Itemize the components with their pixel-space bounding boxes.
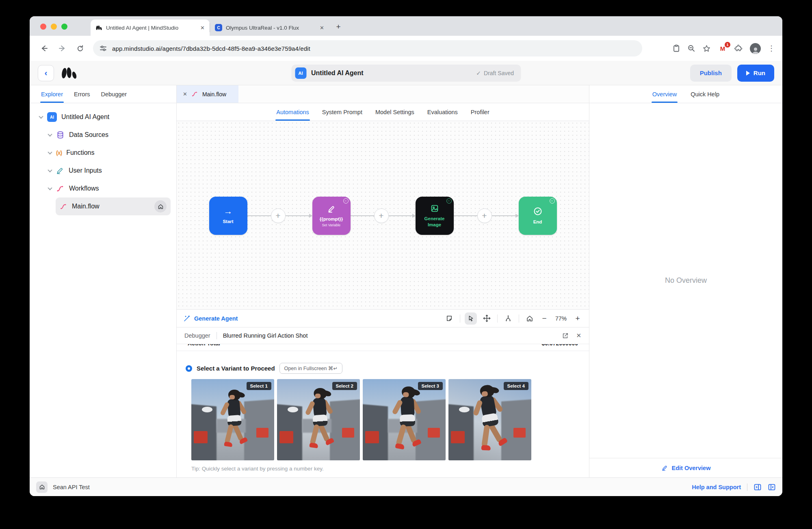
zoom-out-button[interactable]: − (539, 314, 549, 323)
add-step-button[interactable]: + (477, 208, 492, 223)
toggle-right-panel-icon[interactable] (754, 483, 762, 491)
notes-icon[interactable] (443, 312, 455, 325)
agent-title-bar[interactable]: AI Untitled AI Agent ✓ Draft Saved (291, 65, 521, 82)
tab-errors[interactable]: Errors (74, 85, 90, 103)
chevron-down-icon[interactable] (39, 114, 43, 119)
tab-close-icon[interactable]: ✕ (320, 25, 324, 31)
extensions-puzzle-icon[interactable] (734, 44, 743, 53)
tree-item-workflows[interactable]: Workflows (44, 180, 171, 197)
tree-item-data-sources[interactable]: Data Sources (44, 126, 171, 144)
tab-debugger[interactable]: Debugger (101, 85, 127, 103)
variant-badge[interactable]: Select 4 (504, 382, 528, 390)
bookmark-star-icon[interactable] (702, 44, 711, 53)
mindstudio-logo[interactable] (60, 66, 78, 80)
url-text: app.mindstudio.ai/agents/7dbda32b-5dcd-4… (112, 45, 310, 52)
reload-icon[interactable] (73, 41, 87, 56)
chevron-down-icon[interactable] (48, 168, 52, 172)
tab-system-prompt[interactable]: System Prompt (322, 103, 362, 121)
collapse-node-icon[interactable]: − (550, 198, 555, 204)
browser-tab-mindstudio[interactable]: Untitled AI Agent | MindStudio ✕ (91, 20, 210, 36)
edit-overview-link[interactable]: Edit Overview (589, 458, 782, 477)
close-file-tab-icon[interactable]: ✕ (183, 91, 187, 97)
browser-menu-icon[interactable]: ⋮ (768, 44, 775, 53)
statusbar-right: Help and Support (692, 483, 776, 491)
workflow-canvas[interactable]: → Start + − {{p (177, 121, 589, 309)
variant-badge[interactable]: Select 2 (332, 382, 357, 390)
auto-layout-icon[interactable] (502, 312, 514, 325)
address-bar[interactable]: app.mindstudio.ai/agents/7dbda32b-5dcd-4… (93, 40, 642, 56)
tree-item-main-flow[interactable]: Main.flow (56, 197, 171, 215)
connector: + (454, 208, 519, 223)
zoom-level[interactable]: 77% (553, 315, 569, 322)
node-end[interactable]: − End (519, 197, 557, 235)
app-back-button[interactable]: ‹ (38, 65, 54, 81)
tree-item-functions[interactable]: (x) Functions (44, 144, 171, 162)
select-cursor-icon[interactable] (465, 312, 477, 325)
pan-move-icon[interactable] (481, 312, 493, 325)
variant-badge[interactable]: Select 3 (418, 382, 443, 390)
action-total-label: Action Total (188, 344, 220, 347)
connector: + (247, 208, 312, 223)
tab-quick-help[interactable]: Quick Help (691, 85, 719, 103)
edit-pencil-icon (327, 204, 336, 213)
tree-item-user-inputs[interactable]: User Inputs (44, 162, 171, 180)
profile-avatar[interactable] (750, 43, 761, 54)
browser-tab-olympus[interactable]: C Olympus UltraReal - v1.0 Flux ✕ (210, 20, 329, 36)
open-external-icon[interactable] (562, 332, 569, 339)
variant-image-3[interactable]: Select 3 (363, 379, 446, 460)
gmail-extension-icon[interactable]: M 1 (718, 44, 728, 53)
tab-profiler[interactable]: Profiler (471, 103, 489, 121)
workspace-home-icon[interactable] (36, 481, 48, 493)
node-start[interactable]: → Start (209, 197, 247, 235)
help-support-link[interactable]: Help and Support (692, 484, 741, 490)
workflow-nodes: → Start + − {{p (177, 197, 589, 235)
tab-automations[interactable]: Automations (276, 103, 309, 121)
node-label: Generate Image (420, 216, 450, 228)
tab-overview[interactable]: Overview (652, 85, 677, 103)
publish-button[interactable]: Publish (690, 65, 732, 82)
minimize-window-button[interactable] (51, 24, 57, 30)
chevron-down-icon[interactable] (48, 132, 52, 137)
collapse-node-icon[interactable]: − (446, 198, 452, 204)
home-view-icon[interactable] (524, 312, 536, 325)
zoom-icon[interactable] (687, 44, 695, 52)
variant-image-2[interactable]: Select 2 (277, 379, 360, 460)
add-step-button[interactable]: + (374, 208, 389, 223)
tab-model-settings[interactable]: Model Settings (375, 103, 414, 121)
close-window-button[interactable] (40, 24, 46, 30)
tree-item-label: Workflows (69, 185, 99, 192)
forward-icon[interactable] (55, 41, 69, 56)
editor-column: ✕ Main.flow Automations System Prompt Mo… (177, 85, 589, 477)
variant-badge[interactable]: Select 1 (247, 382, 271, 390)
back-icon[interactable] (37, 41, 52, 56)
variant-image-1[interactable]: Select 1 (191, 379, 274, 460)
zoom-in-button[interactable]: + (573, 314, 582, 323)
draft-status: ✓ Draft Saved (476, 70, 517, 76)
open-fullscreen-button[interactable]: Open in Fullscreen ⌘↵ (279, 363, 342, 374)
tab-close-icon[interactable]: ✕ (200, 25, 205, 31)
generate-agent-button[interactable]: Generate Agent (183, 315, 238, 322)
variant-image-4[interactable]: Select 4 (448, 379, 531, 460)
overview-panel: Overview Quick Help No Overview Edit Ove… (589, 85, 782, 477)
tab-explorer[interactable]: Explorer (41, 85, 63, 103)
zoom-window-button[interactable] (61, 24, 67, 30)
collapse-node-icon[interactable]: − (343, 198, 349, 204)
clipboard-icon[interactable] (672, 44, 680, 52)
node-generate-image[interactable]: − Generate Image (416, 197, 454, 235)
node-set-variable[interactable]: − {{prompt}} Set Variable (312, 197, 351, 235)
toggle-left-panel-icon[interactable] (768, 483, 776, 491)
run-button[interactable]: Run (737, 65, 774, 82)
file-tab-main-flow[interactable]: ✕ Main.flow (177, 85, 238, 103)
tab-evaluations[interactable]: Evaluations (427, 103, 458, 121)
new-tab-button[interactable]: + (332, 21, 344, 33)
explorer-tree: AI Untitled AI Agent Data Sources (x) Fu… (30, 103, 176, 220)
home-flow-icon[interactable] (154, 200, 167, 212)
add-step-button[interactable]: + (271, 208, 286, 223)
chevron-down-icon[interactable] (48, 150, 52, 154)
sidebar-tabs: Explorer Errors Debugger (30, 85, 176, 103)
site-settings-icon[interactable] (100, 45, 107, 52)
chevron-down-icon[interactable] (48, 186, 52, 190)
workspace-name[interactable]: Sean API Test (53, 484, 90, 490)
tree-item-agent-root[interactable]: AI Untitled AI Agent (35, 108, 171, 126)
close-debugger-icon[interactable]: ✕ (576, 332, 581, 339)
